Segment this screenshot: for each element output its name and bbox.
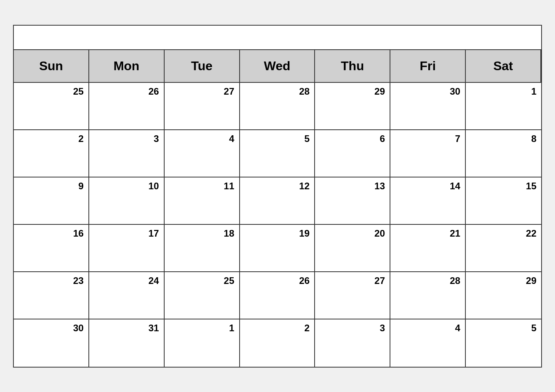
day-number: 12 — [245, 181, 310, 192]
day-header-mon: Mon — [89, 50, 165, 83]
day-number: 4 — [169, 133, 234, 144]
calendar-grid: SunMonTueWedThuFriSat2526272829301234567… — [14, 50, 541, 367]
calendar-title — [14, 26, 541, 50]
day-number: 25 — [19, 86, 84, 97]
day-cell[interactable]: 4 — [390, 319, 466, 367]
day-number: 21 — [395, 228, 460, 239]
day-number: 25 — [169, 275, 234, 286]
day-number: 11 — [169, 181, 234, 192]
day-number: 28 — [395, 275, 460, 286]
day-cell[interactable]: 9 — [14, 177, 89, 225]
day-number: 29 — [320, 86, 385, 97]
day-number: 26 — [94, 86, 159, 97]
day-number: 8 — [471, 133, 536, 144]
day-number: 18 — [169, 228, 234, 239]
day-number: 22 — [471, 228, 536, 239]
day-cell[interactable]: 17 — [89, 225, 165, 272]
day-number: 2 — [245, 323, 310, 334]
day-number: 28 — [245, 86, 310, 97]
day-number: 3 — [94, 133, 159, 144]
day-cell[interactable]: 26 — [240, 272, 315, 319]
day-cell[interactable]: 7 — [390, 130, 466, 177]
day-cell[interactable]: 12 — [240, 177, 315, 225]
day-header-sun: Sun — [14, 50, 89, 83]
day-header-wed: Wed — [240, 50, 315, 83]
day-number: 5 — [471, 323, 536, 334]
day-cell[interactable]: 23 — [14, 272, 89, 319]
day-number: 17 — [94, 228, 159, 239]
day-cell[interactable]: 4 — [165, 130, 240, 177]
day-cell[interactable]: 1 — [466, 83, 541, 130]
day-cell[interactable]: 20 — [315, 225, 390, 272]
calendar: SunMonTueWedThuFriSat2526272829301234567… — [13, 25, 542, 368]
day-cell[interactable]: 30 — [14, 319, 89, 367]
day-cell[interactable]: 5 — [466, 319, 541, 367]
day-cell[interactable]: 6 — [315, 130, 390, 177]
day-number: 27 — [169, 86, 234, 97]
day-number: 20 — [320, 228, 385, 239]
day-number: 7 — [395, 133, 460, 144]
day-number: 10 — [94, 181, 159, 192]
day-cell[interactable]: 25 — [14, 83, 89, 130]
day-cell[interactable]: 28 — [240, 83, 315, 130]
day-number: 6 — [320, 133, 385, 144]
day-number: 29 — [471, 275, 536, 286]
day-header-sat: Sat — [466, 50, 541, 83]
day-number: 31 — [94, 323, 159, 334]
day-cell[interactable]: 29 — [315, 83, 390, 130]
day-number: 14 — [395, 181, 460, 192]
day-cell[interactable]: 2 — [14, 130, 89, 177]
day-cell[interactable]: 28 — [390, 272, 466, 319]
day-cell[interactable]: 24 — [89, 272, 165, 319]
day-number: 30 — [19, 323, 84, 334]
day-cell[interactable]: 30 — [390, 83, 466, 130]
day-cell[interactable]: 19 — [240, 225, 315, 272]
day-cell[interactable]: 31 — [89, 319, 165, 367]
day-cell[interactable]: 27 — [165, 83, 240, 130]
day-number: 1 — [169, 323, 234, 334]
day-number: 19 — [245, 228, 310, 239]
day-cell[interactable]: 21 — [390, 225, 466, 272]
day-cell[interactable]: 16 — [14, 225, 89, 272]
day-cell[interactable]: 27 — [315, 272, 390, 319]
day-number: 27 — [320, 275, 385, 286]
day-number: 9 — [19, 181, 84, 192]
day-number: 15 — [471, 181, 536, 192]
day-number: 3 — [320, 323, 385, 334]
day-cell[interactable]: 18 — [165, 225, 240, 272]
day-header-fri: Fri — [390, 50, 466, 83]
day-cell[interactable]: 1 — [165, 319, 240, 367]
day-number: 13 — [320, 181, 385, 192]
day-cell[interactable]: 3 — [89, 130, 165, 177]
day-cell[interactable]: 11 — [165, 177, 240, 225]
day-cell[interactable]: 15 — [466, 177, 541, 225]
day-cell[interactable]: 29 — [466, 272, 541, 319]
day-number: 2 — [19, 133, 84, 144]
day-number: 1 — [471, 86, 536, 97]
day-header-thu: Thu — [315, 50, 390, 83]
day-number: 26 — [245, 275, 310, 286]
day-cell[interactable]: 14 — [390, 177, 466, 225]
day-cell[interactable]: 5 — [240, 130, 315, 177]
day-cell[interactable]: 8 — [466, 130, 541, 177]
day-number: 16 — [19, 228, 84, 239]
day-number: 23 — [19, 275, 84, 286]
day-cell[interactable]: 25 — [165, 272, 240, 319]
day-number: 30 — [395, 86, 460, 97]
day-cell[interactable]: 2 — [240, 319, 315, 367]
day-number: 5 — [245, 133, 310, 144]
day-header-tue: Tue — [165, 50, 240, 83]
day-cell[interactable]: 3 — [315, 319, 390, 367]
day-cell[interactable]: 26 — [89, 83, 165, 130]
day-cell[interactable]: 22 — [466, 225, 541, 272]
day-cell[interactable]: 10 — [89, 177, 165, 225]
day-number: 24 — [94, 275, 159, 286]
day-cell[interactable]: 13 — [315, 177, 390, 225]
day-number: 4 — [395, 323, 460, 334]
